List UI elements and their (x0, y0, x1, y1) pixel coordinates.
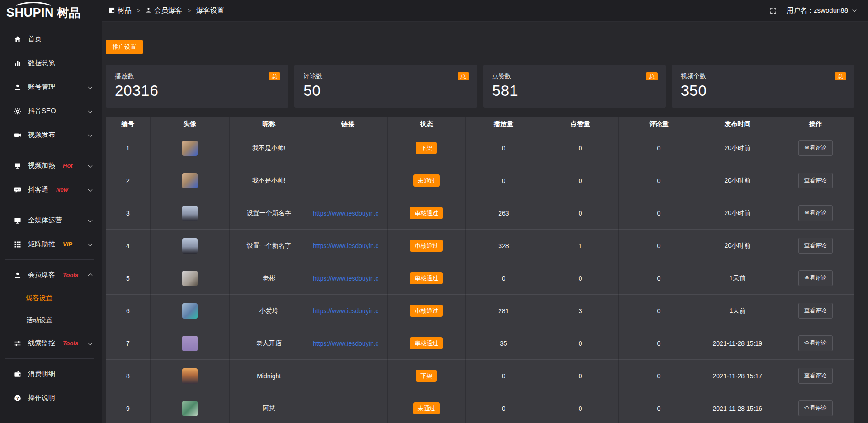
play-count: 0 (465, 360, 542, 392)
view-comments-button[interactable]: 查看评论 (798, 205, 833, 221)
chevron-down-icon (88, 109, 93, 113)
table-row: 7 老人开店 https://www.iesdouyin.c 审核通过 35 0… (106, 327, 854, 360)
avatar (182, 173, 198, 188)
status-badge[interactable]: 审核通过 (410, 337, 443, 349)
topbar-right: 用户名：zswodun88 (770, 6, 855, 15)
view-comments-button[interactable]: 查看评论 (798, 303, 833, 319)
like-count: 0 (542, 197, 619, 230)
status-badge[interactable]: 下架 (416, 370, 437, 382)
view-comments-button[interactable]: 查看评论 (798, 270, 833, 286)
sidebar-item-label: 账号管理 (28, 83, 55, 91)
total-badge: 总 (458, 72, 469, 80)
publish-time: 2021-11-28 15:17 (699, 360, 776, 392)
row-id: 2 (106, 164, 150, 197)
comment-count: 0 (618, 360, 698, 392)
sidebar-item-label: 首页 (28, 35, 42, 43)
sidebar-item-omnimedia[interactable]: 全媒体运营 (0, 208, 102, 232)
sidebar-item-lead-monitor[interactable]: 线索监控 Tools (0, 331, 102, 355)
row-id: 1 (106, 132, 150, 164)
video-link[interactable]: https://www.iesdouyin.c (308, 242, 387, 249)
logo-text-en: SHUPIN (6, 6, 54, 20)
publish-time: 20小时前 (699, 197, 776, 230)
sidebar-subitem-baoke-settings[interactable]: 爆客设置 (0, 287, 102, 309)
sidebar-item-label: 矩阵助推 (28, 240, 55, 249)
like-count: 0 (542, 360, 619, 392)
promo-settings-button[interactable]: 推广设置 (106, 40, 143, 54)
comment-count: 0 (618, 164, 698, 197)
view-comments-button[interactable]: 查看评论 (798, 335, 833, 351)
status-badge[interactable]: 审核通过 (410, 305, 443, 317)
play-count: 35 (465, 327, 542, 360)
comment-count: 0 (618, 132, 698, 164)
status-badge[interactable]: 审核通过 (410, 207, 443, 219)
view-comments-button[interactable]: 查看评论 (798, 173, 833, 188)
video-link[interactable]: https://www.iesdouyin.c (308, 307, 387, 315)
breadcrumb-item-member-baoke[interactable]: 会员爆客 (146, 6, 182, 15)
user-menu[interactable]: 用户名：zswodun88 (787, 6, 855, 15)
sidebar-item-video-heat[interactable]: 视频加热 Hot (0, 154, 102, 178)
video-link[interactable]: https://www.iesdouyin.c (308, 210, 387, 217)
status-badge[interactable]: 未通过 (413, 402, 440, 414)
sidebar-item-consumption-detail[interactable]: 消费明细 (0, 362, 102, 386)
logo: SHUPIN 树品 (0, 0, 102, 25)
row-id: 9 (106, 392, 150, 423)
status-badge[interactable]: 未通过 (413, 174, 440, 187)
like-count: 0 (542, 132, 619, 164)
vip-tag: VIP (63, 241, 72, 248)
publish-time: 1天前 (699, 262, 776, 295)
nickname: 老彬 (229, 262, 308, 295)
screen-icon (14, 162, 21, 169)
sidebar-subitem-activity-settings[interactable]: 活动设置 (0, 309, 102, 331)
breadcrumb-separator: > (137, 8, 140, 14)
status-badge[interactable]: 审核通过 (410, 240, 443, 252)
sidebar-item-label: 视频发布 (28, 131, 55, 139)
chevron-up-icon (88, 273, 93, 278)
member-icon (14, 271, 21, 279)
stat-label: 评论数 (303, 72, 468, 80)
sidebar-nav: 首页 数据总览 账号管理 抖音SEO (0, 25, 102, 410)
square-icon (109, 7, 115, 15)
tools-tag: Tools (63, 340, 78, 347)
view-comments-button[interactable]: 查看评论 (798, 368, 833, 384)
sidebar-item-douyin-seo[interactable]: 抖音SEO (0, 99, 102, 123)
sidebar-item-data-overview[interactable]: 数据总览 (0, 51, 102, 75)
sidebar-item-instructions[interactable]: ? 操作说明 (0, 386, 102, 410)
status-badge[interactable]: 审核通过 (410, 272, 443, 284)
sidebar-item-member-baoke[interactable]: 会员爆客 Tools (0, 263, 102, 287)
play-count: 281 (465, 295, 542, 327)
publish-time: 2021-11-28 15:16 (699, 392, 776, 423)
tools-tag: Tools (63, 272, 78, 278)
total-badge: 总 (835, 72, 846, 80)
total-badge: 总 (646, 72, 658, 80)
table-row: 3 设置一个新名字 https://www.iesdouyin.c 审核通过 2… (106, 197, 854, 230)
sidebar-item-douketong[interactable]: 抖客通 New (0, 178, 102, 202)
fullscreen-icon[interactable] (770, 7, 777, 14)
sidebar-item-account-mgmt[interactable]: 账号管理 (0, 75, 102, 99)
table-row: 2 我不是小帅! 未通过 0 0 0 20小时前 查看评论 (106, 164, 854, 197)
video-link[interactable]: https://www.iesdouyin.c (308, 340, 387, 347)
like-count: 0 (542, 392, 619, 423)
breadcrumb-item-root[interactable]: 树品 (109, 6, 132, 15)
col-header-likes: 点赞量 (542, 117, 619, 132)
sidebar-item-matrix-boost[interactable]: 矩阵助推 VIP (0, 232, 102, 256)
row-id: 4 (106, 230, 150, 262)
status-badge[interactable]: 下架 (416, 142, 437, 154)
col-header-link: 链接 (308, 117, 387, 132)
view-comments-button[interactable]: 查看评论 (798, 140, 833, 156)
publish-time: 20小时前 (699, 230, 776, 262)
sidebar-item-video-publish[interactable]: 视频发布 (0, 123, 102, 147)
view-comments-button[interactable]: 查看评论 (798, 238, 833, 254)
avatar (182, 271, 198, 286)
grid-icon (14, 240, 21, 248)
gear-icon (14, 107, 21, 115)
table-header-row: 编号 头像 昵称 链接 状态 播放量 点赞量 评论量 发布时间 操作 (106, 117, 854, 132)
play-count: 0 (465, 392, 542, 423)
video-link[interactable]: https://www.iesdouyin.c (308, 275, 387, 282)
stat-label: 视频个数 (681, 72, 845, 80)
stat-card-plays: 播放数 20316 总 (106, 65, 288, 108)
view-comments-button[interactable]: 查看评论 (798, 400, 833, 416)
sidebar-item-label: 抖客通 (28, 185, 48, 194)
comment-count: 0 (618, 392, 698, 423)
sidebar-item-home[interactable]: 首页 (0, 27, 102, 51)
sidebar-item-label: 会员爆客 (28, 271, 55, 279)
